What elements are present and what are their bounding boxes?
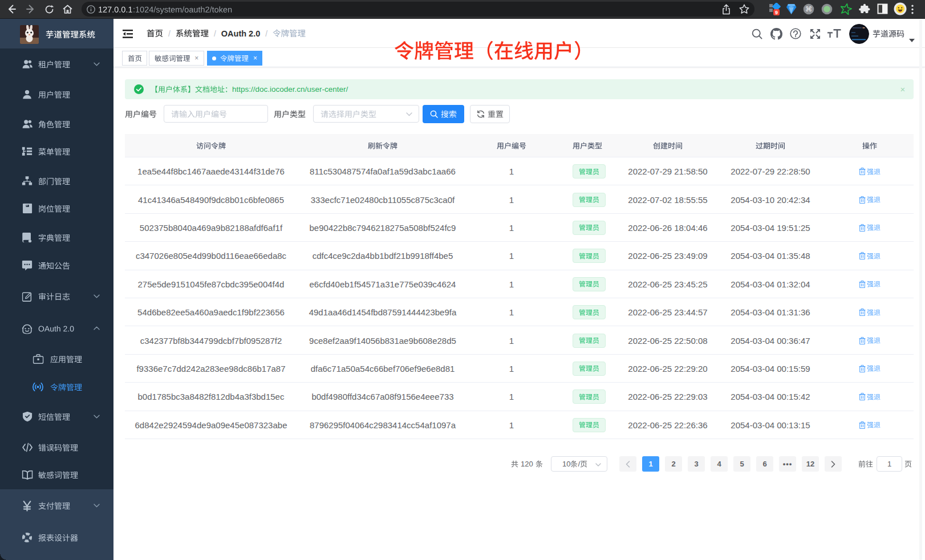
svg-text:9: 9: [775, 10, 778, 15]
svg-text:⌘: ⌘: [805, 5, 812, 13]
